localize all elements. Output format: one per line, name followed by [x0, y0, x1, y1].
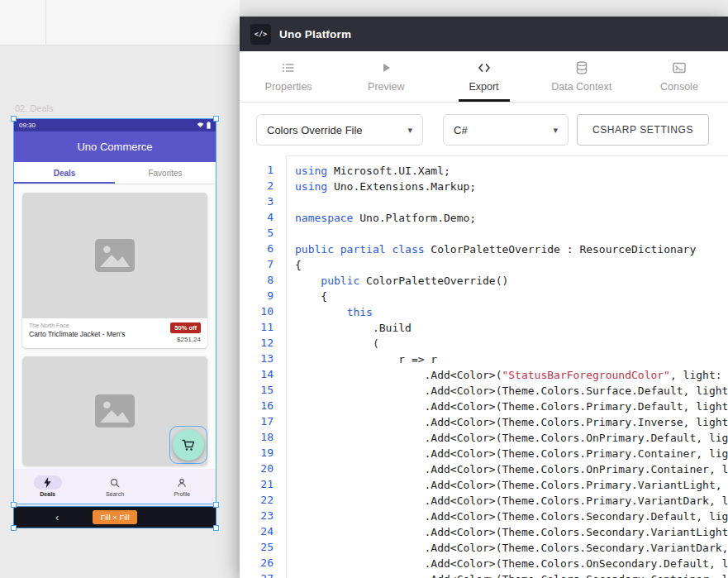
- fill-size-button[interactable]: Fill × Fill: [93, 510, 136, 524]
- phone-frame[interactable]: 09:30 Uno Commerce Deals Favorites The N…: [13, 118, 216, 504]
- bolt-icon: [43, 477, 52, 488]
- file-format-select[interactable]: Colors Override File ▾: [256, 114, 423, 146]
- line-number: 13: [240, 351, 274, 366]
- selection-handle[interactable]: [213, 525, 219, 531]
- code-line: .Add<Color>(Theme.Colors.Secondary.Varia…: [295, 524, 728, 540]
- app-tab-favorites: Favorites: [115, 162, 216, 184]
- line-number: 21: [240, 476, 274, 492]
- line-number: 16: [240, 398, 274, 413]
- line-number: 12: [240, 335, 274, 351]
- csharp-settings-button[interactable]: CSHARP SETTINGS: [577, 114, 709, 146]
- line-number: 6: [240, 241, 274, 256]
- selection-handle[interactable]: [213, 116, 219, 122]
- code-line: (: [295, 336, 728, 351]
- line-number: 4: [240, 209, 274, 225]
- play-icon: [378, 60, 393, 75]
- search-icon: [110, 478, 120, 488]
- line-number: 19: [240, 445, 274, 461]
- cart-fab: [173, 429, 204, 461]
- code-line: public ColorPaletteOverride(): [295, 273, 728, 289]
- product-brand: The North Face: [29, 322, 125, 328]
- line-number: 22: [240, 492, 274, 508]
- code-editor[interactable]: 1234567891011121314151617181920212223242…: [240, 155, 728, 578]
- nav-active-pill: [34, 475, 62, 490]
- line-number: 15: [240, 382, 274, 398]
- code-line: .Build: [295, 320, 728, 336]
- code-lines: using Microsoft.UI.Xaml;using Uno.Extens…: [287, 155, 728, 578]
- tab-properties[interactable]: Properties: [240, 51, 337, 102]
- line-number: 25: [240, 539, 274, 555]
- line-number: 1: [240, 162, 274, 178]
- database-icon: [574, 60, 589, 75]
- status-time: 09:30: [19, 122, 36, 129]
- code-line: .Add<Color>(Theme.Colors.OnPrimary.Conta…: [295, 461, 728, 477]
- canvas-top-divider: [45, 0, 46, 45]
- line-number: 9: [240, 288, 274, 303]
- code-line: .Add<Color>(Theme.Colors.OnSecondary.Def…: [295, 556, 728, 571]
- panel-title: Uno Platform: [279, 28, 351, 41]
- nav-pill: [168, 475, 196, 490]
- line-number: 26: [240, 555, 274, 571]
- code-line: [295, 226, 728, 241]
- line-number: 5: [240, 225, 274, 241]
- product-name: Carto Triclimate Jacket - Men's: [29, 330, 125, 338]
- wifi-icon: [197, 122, 204, 128]
- product-info: The North Face Carto Triclimate Jacket -…: [22, 318, 207, 348]
- line-number: 27: [240, 571, 274, 578]
- code-icon: [477, 60, 492, 75]
- line-number: 14: [240, 366, 274, 382]
- line-number: 7: [240, 256, 274, 272]
- line-number: 10: [240, 303, 274, 319]
- app-tab-label: Favorites: [148, 169, 182, 178]
- code-line: this: [295, 304, 728, 320]
- nav-item-search: Search: [81, 469, 148, 504]
- status-bar: 09:30: [14, 119, 216, 131]
- code-line: .Add<Color>(Theme.Colors.OnPrimary.Defau…: [295, 430, 728, 446]
- app-tab-deals: Deals: [14, 162, 115, 184]
- chevron-down-icon: ▾: [407, 125, 412, 136]
- discount-badge: 50% off: [170, 322, 201, 333]
- selection-handle[interactable]: [11, 502, 17, 508]
- product-image-placeholder: [22, 193, 207, 318]
- code-line: .Add<Color>(Theme.Colors.Primary.Default…: [295, 399, 728, 414]
- tab-label: Data Context: [551, 81, 611, 93]
- canvas-top-strip: [0, 0, 240, 45]
- tab-label: Preview: [368, 81, 404, 93]
- battery-icon: [207, 122, 211, 129]
- line-number: 3: [240, 193, 274, 209]
- chevron-down-icon: ▾: [553, 125, 558, 136]
- tab-data-context[interactable]: Data Context: [533, 51, 630, 102]
- code-line: .Add<Color>(Theme.Colors.Primary.Variant…: [295, 477, 728, 493]
- tab-label: Export: [469, 81, 498, 93]
- status-icons: [197, 122, 211, 129]
- line-number: 17: [240, 413, 274, 429]
- code-line: namespace Uno.Platform.Demo;: [295, 210, 728, 226]
- nav-label: Deals: [40, 491, 55, 497]
- app-tab-bar: Deals Favorites: [14, 162, 216, 184]
- code-line: {: [295, 257, 728, 273]
- tab-export[interactable]: Export: [435, 51, 532, 102]
- line-number: 24: [240, 523, 274, 539]
- person-icon: [177, 478, 187, 488]
- select-value: Colors Override File: [267, 124, 363, 136]
- selection-handle[interactable]: [213, 502, 219, 508]
- code-line: [295, 194, 728, 210]
- selection-handle[interactable]: [11, 525, 17, 531]
- code-line: using Microsoft.UI.Xaml;: [295, 163, 728, 179]
- code-line: .Add<Color>(Theme.Colors.Primary.Contain…: [295, 446, 728, 461]
- line-number: 18: [240, 429, 274, 445]
- uno-platform-panel: </> Uno Platform Properties Preview Expo…: [240, 17, 728, 578]
- bottom-nav: Deals Search Profile: [14, 469, 216, 504]
- language-select[interactable]: C# ▾: [443, 114, 569, 146]
- code-line: using Uno.Extensions.Markup;: [295, 179, 728, 194]
- frame-label: 02. Deals: [15, 103, 53, 113]
- tab-console[interactable]: Console: [630, 51, 728, 102]
- tab-label: Console: [660, 81, 698, 93]
- collapse-chevron-icon[interactable]: ‹: [55, 512, 59, 523]
- code-line: public partial class ColorPaletteOverrid…: [295, 241, 728, 257]
- tab-preview[interactable]: Preview: [337, 51, 435, 102]
- nav-pill: [101, 475, 129, 490]
- line-number: 11: [240, 319, 274, 335]
- selection-handle[interactable]: [11, 116, 17, 122]
- app-bar-title: Uno Commerce: [14, 131, 216, 162]
